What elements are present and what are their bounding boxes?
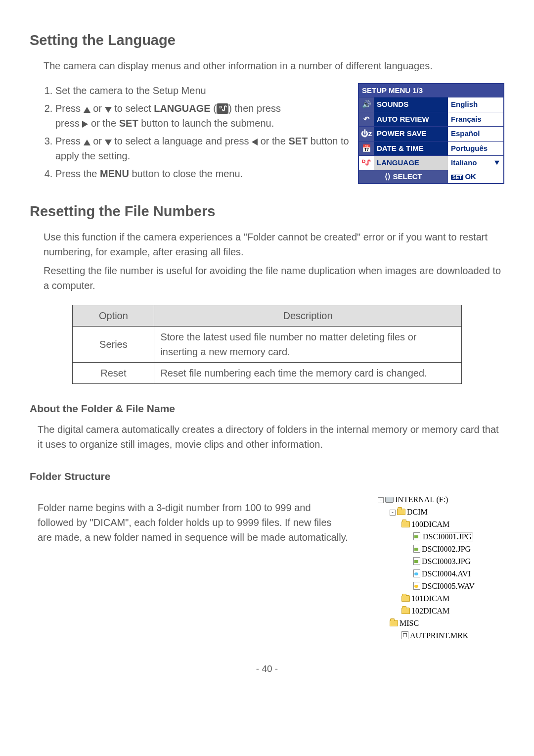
th-option: Option bbox=[73, 305, 154, 326]
ok-hint: SETOK bbox=[448, 170, 503, 184]
drive-icon bbox=[385, 497, 394, 503]
step-3: Press or to select a language and press … bbox=[55, 134, 358, 163]
folder-text: The digital camera automatically creates… bbox=[38, 422, 504, 452]
th-description: Description bbox=[154, 305, 461, 326]
table-row: Reset Reset file numbering each time the… bbox=[73, 362, 461, 383]
up-arrow-icon bbox=[84, 107, 90, 113]
power-icon: ⏻z bbox=[359, 126, 374, 141]
folder-icon bbox=[401, 595, 410, 602]
folder-icon bbox=[390, 620, 398, 626]
step-1: Set the camera to the Setup Menu bbox=[55, 83, 358, 98]
heading-folder-structure: Folder Structure bbox=[30, 469, 504, 484]
collapse-icon: - bbox=[390, 510, 396, 516]
right-arrow-icon bbox=[82, 121, 88, 128]
left-arrow-icon bbox=[252, 139, 258, 145]
down-arrow-icon bbox=[105, 140, 112, 145]
intro-text: The camera can display menus and other i… bbox=[44, 58, 504, 73]
review-icon: ↶ bbox=[359, 112, 374, 127]
table-row: Series Store the latest used file number… bbox=[73, 326, 461, 362]
folder-icon bbox=[401, 521, 410, 527]
heading-resetting: Resetting the File Numbers bbox=[30, 201, 504, 223]
steps-list: Set the camera to the Setup Menu Press o… bbox=[44, 83, 358, 181]
jpg-file-icon bbox=[413, 557, 420, 565]
folder-tree: -INTERNAL (F:) -DCIM 100DICAM DSCI0001.J… bbox=[366, 493, 504, 642]
date-icon: 📅 bbox=[359, 141, 374, 156]
reset-p2: Resetting the file number is useful for … bbox=[44, 263, 504, 293]
setup-menu-title: SETUP MENU 1/3 bbox=[359, 84, 503, 97]
language-icon: ᴰᔑ bbox=[359, 155, 374, 170]
options-table: Option Description Series Store the late… bbox=[72, 305, 461, 384]
step-2: Press or to select LANGUAGE (ᴰᔑ) then pr… bbox=[55, 101, 358, 131]
wav-file-icon bbox=[413, 582, 420, 590]
down-arrow-icon bbox=[494, 161, 499, 165]
heading-setting-language: Setting the Language bbox=[30, 30, 504, 51]
avi-file-icon bbox=[413, 569, 420, 577]
structure-text: Folder name begins with a 3-digit number… bbox=[38, 500, 348, 545]
setup-menu-graphic: SETUP MENU 1/3 🔊SOUNDSEnglish ↶AUTO REVI… bbox=[358, 83, 504, 185]
folder-icon bbox=[397, 509, 405, 515]
page-number: - 40 - bbox=[30, 662, 504, 676]
reset-p1: Use this function if the camera experien… bbox=[44, 230, 504, 259]
jpg-file-icon bbox=[413, 545, 420, 553]
up-arrow-icon bbox=[84, 140, 90, 145]
select-hint: ⟨⟩ SELECT bbox=[359, 170, 448, 184]
mrk-file-icon bbox=[401, 631, 408, 639]
language-glyph-icon: ᴰᔑ bbox=[217, 103, 228, 114]
jpg-file-icon bbox=[413, 532, 420, 540]
heading-folder-file: About the Folder & File Name bbox=[30, 401, 504, 417]
step-4: Press the MENU button to close the menu. bbox=[55, 166, 358, 181]
down-arrow-icon bbox=[105, 107, 112, 113]
collapse-icon: - bbox=[378, 497, 384, 503]
folder-icon bbox=[401, 608, 410, 614]
sounds-icon: 🔊 bbox=[359, 97, 374, 112]
